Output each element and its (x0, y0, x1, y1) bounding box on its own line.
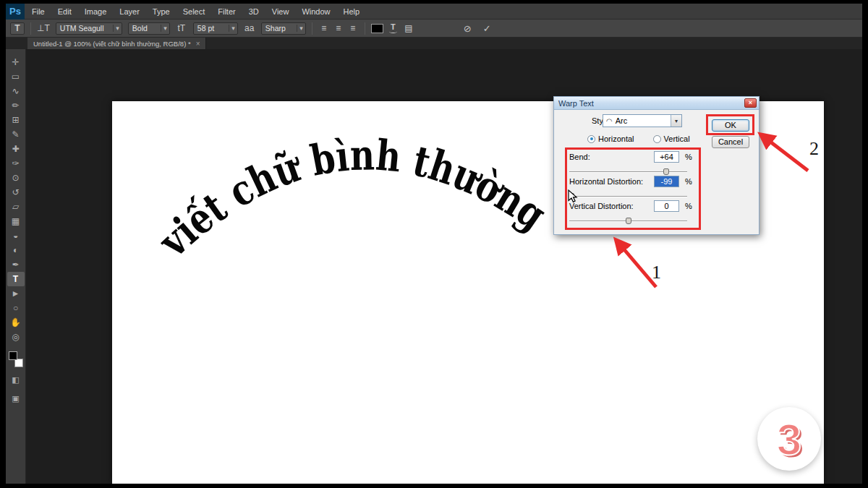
chevron-down-icon: ▾ (113, 25, 119, 32)
cancel-button[interactable]: Cancel (712, 136, 749, 148)
text-color-swatch[interactable] (371, 24, 383, 33)
step-badge: 3 (757, 407, 821, 471)
cancel-edits-icon[interactable]: ⊘ (464, 23, 472, 34)
screen-mode-icon[interactable]: ▣ (12, 392, 19, 405)
radio-dot (587, 135, 595, 143)
tool-path-select[interactable]: ► (7, 286, 25, 301)
tool-list: ✛▭∿✏⊞✎✚✑⊙↺▱▦◒◐✒T►○✋◎ (7, 55, 25, 344)
menu-item-3d[interactable]: 3D (249, 7, 259, 16)
anti-alias-select[interactable]: Sharp ▾ (261, 22, 306, 35)
annotation-number-2: 2 (809, 138, 819, 160)
separator (365, 22, 365, 35)
warp-text-icon[interactable]: T (389, 24, 397, 33)
chevron-down-icon: ▾ (297, 25, 303, 32)
quick-mask-icon[interactable]: ◧ (12, 373, 19, 386)
quick-select-icon: ✏ (12, 100, 19, 111)
pen-icon: ✒ (12, 260, 19, 270)
align-center-icon[interactable]: ≡ (333, 23, 344, 33)
document-tab-title: Untitled-1 @ 100% (viết chữ bình thường,… (33, 40, 191, 48)
anti-alias-value: Sharp (265, 24, 286, 33)
warp-text-letter: T (391, 24, 396, 30)
menu-item-window[interactable]: Window (302, 7, 330, 16)
align-left-icon[interactable]: ≡ (318, 23, 330, 33)
separator (30, 22, 31, 35)
step-badge-number: 3 (777, 414, 801, 465)
eraser-icon: ▱ (12, 202, 19, 212)
svg-text:viết chữ bình thường: viết chữ bình thường (148, 130, 555, 267)
horizontal-radio[interactable]: Horizontal (587, 134, 634, 143)
history-brush-icon: ↺ (12, 187, 19, 197)
tool-eraser[interactable]: ▱ (7, 200, 25, 214)
menu-item-filter[interactable]: Filter (218, 7, 235, 16)
font-size-select[interactable]: 58 pt ▾ (193, 22, 238, 35)
separator (312, 22, 312, 35)
annotation-box-ok (706, 114, 754, 135)
menu-item-layer[interactable]: Layer (119, 7, 140, 16)
tool-healing-brush[interactable]: ✚ (7, 142, 25, 156)
warped-text: viết chữ bình thường (148, 130, 555, 267)
font-size-icon: tT (176, 23, 187, 33)
marquee-icon: ▭ (12, 72, 20, 82)
foreground-color-swatch[interactable] (9, 351, 17, 360)
dialog-title-bar[interactable]: Warp Text (554, 97, 759, 110)
tool-blur[interactable]: ◒ (7, 228, 25, 243)
warp-arc-shape (389, 30, 397, 33)
tool-type[interactable]: T (7, 272, 25, 286)
chevron-down-icon[interactable]: ▾ (671, 115, 681, 127)
character-panel-icon[interactable]: ▤ (403, 23, 414, 33)
tool-clone-stamp[interactable]: ⊙ (7, 171, 25, 185)
clone-stamp-icon: ⊙ (12, 173, 19, 183)
photoshop-logo: Ps (6, 4, 25, 20)
text-orientation-icon[interactable]: ⊥T (37, 23, 50, 33)
horizontal-label: Horizontal (598, 134, 634, 143)
crop-icon: ⊞ (12, 115, 19, 125)
tool-ellipse[interactable]: ○ (7, 301, 25, 315)
move-icon: ✛ (12, 57, 19, 67)
anti-alias-icon: aa (244, 23, 255, 33)
tool-lasso[interactable]: ∿ (7, 84, 25, 98)
lasso-icon: ∿ (12, 86, 19, 96)
font-family-select[interactable]: UTM Seagull ▾ (56, 22, 122, 35)
tool-brush[interactable]: ✑ (7, 156, 25, 171)
tool-quick-select[interactable]: ✏ (7, 98, 25, 113)
menu-item-file[interactable]: File (32, 7, 45, 16)
menu-item-image[interactable]: Image (85, 7, 107, 16)
menu-item-help[interactable]: Help (344, 7, 360, 16)
font-style-select[interactable]: Bold ▾ (128, 22, 170, 35)
tool-hand[interactable]: ✋ (7, 315, 25, 330)
close-button[interactable]: × (744, 98, 757, 108)
tool-move[interactable]: ✛ (7, 55, 25, 69)
dodge-icon: ◐ (13, 245, 18, 255)
commit-edits-icon[interactable]: ✓ (483, 23, 491, 34)
vertical-radio[interactable]: Vertical (653, 134, 690, 143)
path-select-icon: ► (12, 288, 20, 299)
tool-pen[interactable]: ✒ (7, 257, 25, 272)
zoom-icon: ◎ (12, 332, 19, 342)
menu-item-type[interactable]: Type (153, 7, 170, 16)
tool-gradient[interactable]: ▦ (7, 214, 25, 228)
document-tab-bar: Untitled-1 @ 100% (viết chữ bình thường,… (6, 38, 862, 49)
tool-dodge[interactable]: ◐ (7, 243, 25, 257)
healing-brush-icon: ✚ (12, 144, 19, 154)
color-swatches[interactable] (9, 351, 23, 367)
tool-crop[interactable]: ⊞ (7, 113, 25, 127)
style-value: Arc (616, 116, 628, 125)
chevron-down-icon: ▾ (229, 25, 235, 32)
menu-item-select[interactable]: Select (183, 7, 205, 16)
align-right-icon[interactable]: ≡ (347, 23, 359, 33)
style-select[interactable]: ◠ Arc ▾ (603, 114, 682, 127)
dialog-title: Warp Text (558, 99, 594, 108)
tool-marquee[interactable]: ▭ (7, 69, 25, 84)
menu-item-view[interactable]: View (272, 7, 289, 16)
tool-eyedropper[interactable]: ✎ (7, 127, 25, 142)
document-tab[interactable]: Untitled-1 @ 100% (viết chữ bình thường,… (27, 38, 206, 49)
font-style-value: Bold (132, 24, 148, 33)
menu-item-edit[interactable]: Edit (58, 7, 72, 16)
close-icon[interactable]: × (196, 40, 200, 48)
tool-zoom[interactable]: ◎ (7, 330, 25, 344)
orientation-radios: Horizontal Vertical (587, 134, 690, 143)
tool-history-brush[interactable]: ↺ (7, 185, 25, 200)
brush-icon: ✑ (12, 158, 19, 168)
tool-preset-button[interactable]: T (10, 22, 25, 35)
tool-palette: ✛▭∿✏⊞✎✚✑⊙↺▱▦◒◐✒T►○✋◎ ◧▣ (6, 49, 26, 484)
